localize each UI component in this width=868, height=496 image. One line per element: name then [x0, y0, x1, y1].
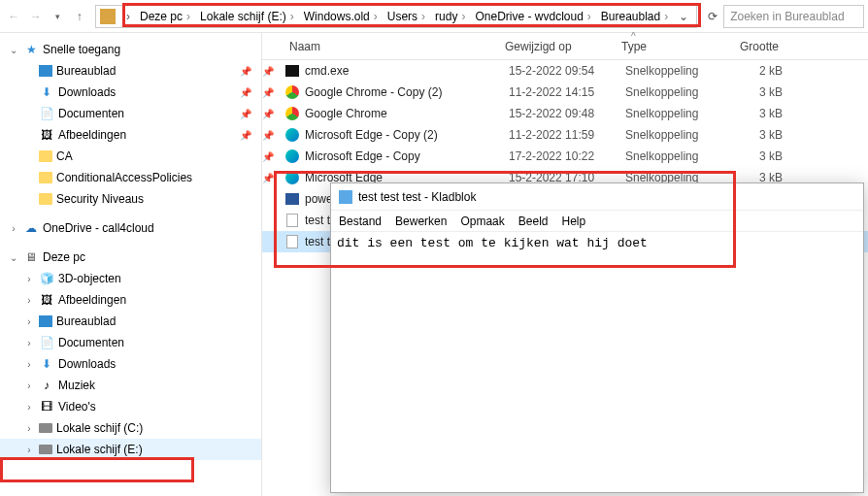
sidebar-item-label: Video's — [58, 400, 96, 413]
refresh-button[interactable]: ⟳ — [703, 10, 721, 23]
sort-indicator-icon: ^ — [631, 31, 636, 42]
sidebar-item[interactable]: 📄Documenten📌 — [0, 103, 261, 124]
drive-icon — [39, 423, 52, 433]
pc-icon: 🖥 — [23, 249, 39, 265]
sidebar-item[interactable]: ›🎞Video's — [0, 396, 261, 417]
sidebar-item[interactable]: ConditionalAccessPolicies — [0, 167, 261, 188]
expand-icon[interactable]: › — [23, 359, 35, 370]
chevron-right-icon[interactable]: › — [286, 10, 298, 23]
search-input[interactable]: Zoeken in Bureaublad — [723, 5, 864, 28]
chevron-right-icon[interactable]: › — [584, 10, 595, 23]
breadcrumb-segment[interactable]: Lokale schijf (E:)› — [197, 10, 301, 23]
text-file-icon — [286, 235, 298, 248]
folder-icon — [100, 9, 116, 24]
sidebar-item[interactable]: ⬇Downloads📌 — [0, 82, 261, 103]
desktop-icon — [39, 315, 52, 327]
expand-icon[interactable]: › — [8, 223, 19, 234]
breadcrumb-bar[interactable]: › Deze pc›Lokale schijf (E:)›Windows.old… — [95, 5, 697, 28]
file-name: Google Chrome - Copy (2) — [305, 85, 509, 99]
pin-icon: 📌 — [262, 66, 276, 77]
notepad-menu-item[interactable]: Beeld — [518, 215, 549, 228]
file-type: Snelkoppeling — [625, 85, 732, 99]
file-row[interactable]: 📌 Google Chrome - Copy (2) 11-2-2022 14:… — [262, 82, 868, 103]
cloud-icon: ☁ — [23, 220, 39, 236]
column-header-size[interactable]: Grootte — [728, 40, 786, 53]
expand-icon[interactable]: › — [23, 445, 35, 455]
breadcrumb-root-chevron[interactable]: › — [119, 10, 137, 23]
sidebar-item-drive[interactable]: ›Lokale schijf (C:) — [0, 417, 261, 439]
notepad-titlebar[interactable]: test test test - Kladblok — [331, 183, 863, 211]
breadcrumb-segment[interactable]: OneDrive - wvdcloud› — [472, 10, 597, 23]
pin-icon: 📌 — [240, 130, 251, 141]
notepad-icon — [339, 190, 352, 204]
nav-forward-button[interactable]: → — [26, 4, 47, 29]
sidebar-item-label: Documenten — [58, 336, 124, 349]
this-pc-root[interactable]: ⌄ 🖥 Deze pc — [0, 247, 261, 268]
breadcrumb-segment[interactable]: Deze pc› — [137, 10, 197, 23]
file-size: 3 kB — [732, 85, 790, 99]
file-size: 2 kB — [732, 64, 790, 78]
file-row[interactable]: 📌 Google Chrome 15-2-2022 09:48 Snelkopp… — [262, 103, 868, 124]
pin-icon: 📌 — [262, 130, 276, 141]
expand-icon[interactable]: › — [23, 338, 35, 348]
file-type: Snelkoppeling — [625, 107, 732, 120]
expand-icon[interactable]: › — [23, 316, 35, 327]
file-type: Snelkoppeling — [625, 149, 732, 163]
folder-icon — [39, 193, 52, 205]
column-header-name[interactable]: Naam — [262, 40, 505, 53]
notepad-menu-item[interactable]: Bestand — [339, 215, 382, 228]
address-dropdown[interactable]: ⌄ — [675, 10, 692, 23]
sidebar-item[interactable]: ›🧊3D-objecten — [0, 268, 261, 289]
chrome-icon — [285, 85, 299, 99]
expand-icon[interactable]: › — [23, 380, 35, 391]
sidebar-item[interactable]: ›⬇Downloads — [0, 353, 261, 375]
expand-icon[interactable]: › — [23, 274, 35, 284]
notepad-menu-item[interactable]: Help — [561, 215, 585, 228]
quick-access-root[interactable]: ⌄ ★ Snelle toegang — [0, 39, 261, 60]
pin-icon: 📌 — [240, 87, 251, 98]
sidebar-item[interactable]: Security Niveaus — [0, 188, 261, 210]
expand-icon[interactable]: ⌄ — [8, 252, 19, 263]
sidebar-item[interactable]: ›♪Muziek — [0, 375, 261, 396]
nav-back-button[interactable]: ← — [4, 4, 24, 29]
nav-recent-dropdown[interactable]: ▾ — [48, 4, 68, 29]
onedrive-root[interactable]: › ☁ OneDrive - call4cloud — [0, 217, 261, 239]
sidebar-item[interactable]: ›📄Documenten — [0, 332, 261, 353]
breadcrumb-segment[interactable]: rudy› — [432, 10, 472, 23]
expand-icon[interactable]: › — [23, 295, 35, 306]
file-row[interactable]: 📌 cmd.exe 15-2-2022 09:54 Snelkoppeling … — [262, 60, 868, 82]
column-header-type[interactable]: Type — [621, 40, 728, 53]
nav-up-button[interactable]: ↑ — [70, 4, 90, 29]
chevron-right-icon[interactable]: › — [660, 10, 672, 23]
chevron-right-icon[interactable]: › — [457, 10, 469, 23]
sidebar-item-label: Muziek — [58, 379, 95, 392]
notepad-window[interactable]: test test test - Kladblok BestandBewerke… — [330, 182, 864, 493]
breadcrumb-segment[interactable]: Bureaublad› — [598, 10, 675, 23]
sidebar-item[interactable]: Bureaublad📌 — [0, 60, 261, 82]
chevron-right-icon[interactable]: › — [370, 10, 382, 23]
chevron-right-icon[interactable]: › — [417, 10, 429, 23]
column-header-date[interactable]: Gewijzigd op — [505, 40, 621, 53]
expand-icon[interactable]: › — [23, 423, 35, 434]
notepad-menu-item[interactable]: Bewerken — [395, 215, 447, 228]
expand-icon[interactable]: › — [23, 402, 35, 413]
breadcrumb-segment[interactable]: Windows.old› — [301, 10, 384, 23]
sidebar-item-drive[interactable]: ›Lokale schijf (E:) — [0, 439, 261, 460]
breadcrumb-segment[interactable]: Users› — [384, 10, 432, 23]
sidebar-item[interactable]: ›Bureaublad — [0, 311, 261, 332]
file-row[interactable]: 📌 Microsoft Edge - Copy 17-2-2022 10:22 … — [262, 146, 868, 167]
pin-icon: 📌 — [240, 66, 251, 77]
sidebar-item-label: 3D-objecten — [58, 272, 121, 285]
file-row[interactable]: 📌 Microsoft Edge - Copy (2) 11-2-2022 11… — [262, 124, 868, 146]
notepad-menu-item[interactable]: Opmaak — [460, 215, 504, 228]
sidebar-item[interactable]: ›🖼Afbeeldingen — [0, 289, 261, 311]
expand-icon[interactable]: ⌄ — [8, 45, 19, 55]
file-date: 11-2-2022 14:15 — [509, 85, 625, 99]
file-type: Snelkoppeling — [625, 64, 732, 78]
notepad-text-area[interactable]: dit is een test om te kijken wat hij doe… — [331, 232, 863, 254]
sidebar-item[interactable]: 🖼Afbeeldingen📌 — [0, 124, 261, 146]
sidebar-item[interactable]: CA — [0, 146, 261, 167]
3d-objects-icon: 🧊 — [39, 271, 54, 286]
powershell-icon — [285, 193, 299, 205]
chevron-right-icon[interactable]: › — [183, 10, 194, 23]
